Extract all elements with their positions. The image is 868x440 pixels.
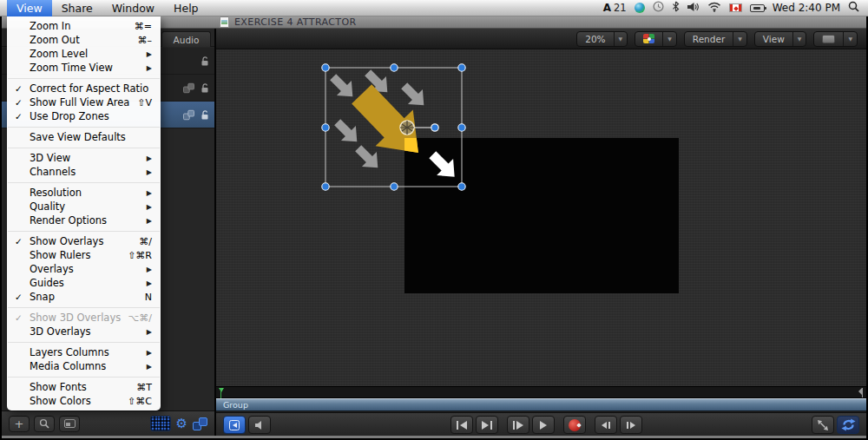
menu-item-overlays[interactable]: Overlays▶ <box>7 262 161 276</box>
add-button[interactable]: + <box>9 416 30 432</box>
view-dropdown[interactable]: View ▼ <box>754 31 807 47</box>
menu-item-label: Snap <box>30 291 55 303</box>
menubar-item-window[interactable]: Window <box>102 0 164 16</box>
tab-audio[interactable]: Audio <box>161 31 211 47</box>
menu-item-label: Zoom In <box>30 20 71 32</box>
timeline-ruler[interactable] <box>216 386 866 398</box>
submenu-arrow-icon: ▶ <box>140 168 152 176</box>
submenu-arrow-icon: ▶ <box>140 189 152 197</box>
chevron-down-icon: ▼ <box>662 32 676 46</box>
menu-item-snap[interactable]: ✓SnapN <box>7 290 161 304</box>
menu-item-label: Use Drop Zones <box>30 110 109 122</box>
render-dropdown[interactable]: Render ▼ <box>684 31 747 47</box>
menu-item-zoom-time-view[interactable]: Zoom Time View▶ <box>7 61 161 75</box>
menubar-item-help[interactable]: Help <box>164 0 208 16</box>
menu-item-media-columns[interactable]: Media Columns▶ <box>7 359 161 373</box>
menu-item-label: Show Colors <box>30 395 91 407</box>
menu-item-label: Zoom Time View <box>30 62 113 74</box>
window-layout-dropdown[interactable]: ▼ <box>813 31 858 47</box>
play-button[interactable] <box>532 416 555 434</box>
play-from-start-button[interactable] <box>507 416 529 434</box>
canada-flag-icon[interactable] <box>729 3 742 12</box>
clone-button[interactable] <box>193 417 207 430</box>
play-from-start-icon <box>513 421 515 430</box>
menu-item-shortcut: ⌘– <box>131 35 153 46</box>
record-button[interactable] <box>563 416 586 434</box>
menu-item-correct-for-aspect-ratio[interactable]: ✓Correct for Aspect Ratio <box>7 82 161 95</box>
zoom-level-dropdown[interactable]: 20% ▼ <box>576 31 628 47</box>
globe-icon[interactable] <box>635 3 645 13</box>
menu-item-label: Show Rulers <box>30 249 90 261</box>
go-to-end-button[interactable] <box>476 416 498 434</box>
menu-item-use-drop-zones[interactable]: ✓Use Drop Zones <box>7 109 161 123</box>
submenu-arrow-icon: ▶ <box>140 203 152 211</box>
loop-playback-button[interactable] <box>837 416 859 434</box>
render-label: Render <box>685 32 733 46</box>
drop-zone-button[interactable] <box>150 416 171 431</box>
rotation-handle[interactable] <box>431 124 438 131</box>
checkmark-icon: ✓ <box>15 111 27 121</box>
menu-item-label: 3D Overlays <box>30 325 91 338</box>
spotlight-search-icon[interactable] <box>848 1 859 15</box>
anchor-handle[interactable] <box>400 121 438 135</box>
group-bar-label: Group <box>216 400 248 410</box>
playhead-marker[interactable] <box>219 388 226 398</box>
menu-item-zoom-in[interactable]: Zoom In⌘= <box>7 19 161 33</box>
panel-toolbar: + ⚙ <box>2 410 214 436</box>
menu-item-label: Show 3D Overlays <box>30 312 121 324</box>
menubar-clock[interactable]: Wed 2:40 PM <box>773 2 840 14</box>
menu-item-label: Layers Columns <box>30 346 109 358</box>
menu-item-channels[interactable]: Channels▶ <box>7 165 161 179</box>
gear-button[interactable]: ⚙ <box>176 417 187 430</box>
menu-item-guides[interactable]: Guides▶ <box>7 276 161 290</box>
menu-item-label: Guides <box>30 277 64 289</box>
search-button[interactable] <box>34 416 55 432</box>
chevron-down-icon: ▼ <box>733 32 746 46</box>
frame-icon <box>64 419 76 428</box>
menu-item-show-overlays[interactable]: ✓Show Overlays⌘/ <box>7 234 161 248</box>
step-forward-button[interactable] <box>620 416 642 434</box>
canvas-viewport[interactable] <box>216 49 866 386</box>
audio-mute-button[interactable] <box>248 416 271 434</box>
play-icon <box>540 421 547 430</box>
menu-item-quality[interactable]: Quality▶ <box>7 200 161 213</box>
menu-item-label: Show Full View Area <box>30 96 129 108</box>
color-channel-dropdown[interactable]: ▼ <box>635 31 677 47</box>
menu-item-3d-overlays[interactable]: 3D Overlays▶ <box>7 325 161 338</box>
zoom-level-value: 20% <box>577 32 613 46</box>
submenu-arrow-icon: ▶ <box>140 217 152 225</box>
menu-item-label: 3D View <box>30 152 70 164</box>
app-indicator-icon[interactable]: A 21 <box>603 2 627 14</box>
menu-item-show-full-view-area[interactable]: ✓Show Full View Area⇧V <box>7 95 161 109</box>
submenu-arrow-icon: ▶ <box>140 349 152 357</box>
volume-icon[interactable] <box>687 2 700 15</box>
menu-item-show-rulers[interactable]: Show Rulers⇧⌘R <box>7 248 161 262</box>
timeline-end-marker[interactable] <box>862 388 863 397</box>
show-timeline-button[interactable] <box>223 416 246 434</box>
menu-item-show-fonts[interactable]: Show Fonts⌘T <box>7 380 161 394</box>
bluetooth-icon[interactable] <box>672 1 680 15</box>
go-to-start-button[interactable] <box>450 416 473 434</box>
transport-bar <box>216 412 866 437</box>
menu-item-resolution[interactable]: Resolution▶ <box>7 186 161 200</box>
timeline-group-bar[interactable]: Group <box>216 398 866 411</box>
menu-item-render-options[interactable]: Render Options▶ <box>7 213 161 227</box>
menu-item-3d-view[interactable]: 3D View▶ <box>7 151 161 165</box>
frame-button[interactable] <box>59 416 80 432</box>
menu-item-save-view-defaults[interactable]: Save View Defaults <box>7 130 161 144</box>
menu-item-zoom-out[interactable]: Zoom Out⌘– <box>7 33 161 47</box>
menu-item-shortcut: ⌘/ <box>132 236 152 247</box>
time-machine-icon[interactable] <box>653 1 664 15</box>
menu-item-layers-columns[interactable]: Layers Columns▶ <box>7 345 161 359</box>
menu-item-shortcut: ⇧V <box>130 97 152 108</box>
menu-item-zoom-level[interactable]: Zoom Level▶ <box>7 47 161 61</box>
battery-icon[interactable] <box>750 4 765 12</box>
fit-window-button[interactable] <box>812 416 834 434</box>
wifi-icon[interactable] <box>707 2 721 15</box>
menubar-item-share[interactable]: Share <box>52 0 102 16</box>
menu-item-shortcut: ⌥⌘/ <box>122 312 152 324</box>
menubar-menus: ViewShareWindowHelp <box>0 0 208 16</box>
menubar-item-view[interactable]: View <box>7 0 52 16</box>
step-back-button[interactable] <box>595 416 617 434</box>
menu-item-show-colors[interactable]: Show Colors⇧⌘C <box>7 394 161 408</box>
